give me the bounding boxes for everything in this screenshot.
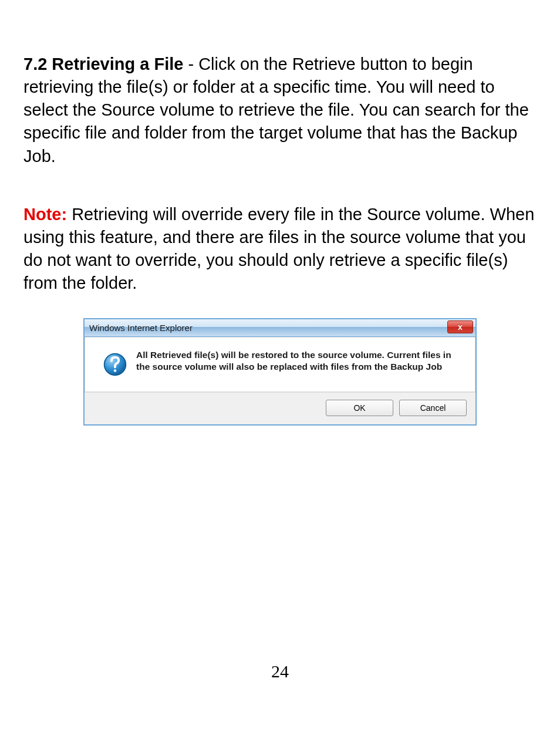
question-icon bbox=[103, 352, 127, 377]
close-icon: x bbox=[458, 322, 463, 332]
close-button[interactable]: x bbox=[447, 320, 473, 333]
cancel-button-label: Cancel bbox=[420, 403, 446, 413]
dialog-illustration: Windows Internet Explorer x bbox=[23, 318, 537, 426]
confirm-dialog: Windows Internet Explorer x bbox=[83, 318, 477, 426]
section-paragraph: 7.2 Retrieving a File - Click on the Ret… bbox=[23, 53, 537, 168]
dialog-title: Windows Internet Explorer bbox=[89, 323, 193, 333]
dialog-body: All Retrieved file(s) will be restored t… bbox=[85, 337, 475, 392]
ok-button[interactable]: OK bbox=[326, 400, 393, 416]
svg-point-1 bbox=[114, 369, 117, 372]
page-number: 24 bbox=[0, 661, 560, 681]
dialog-message: All Retrieved file(s) will be restored t… bbox=[136, 349, 466, 373]
note-paragraph: Note: Retrieving will override every fil… bbox=[23, 203, 537, 295]
section-heading: 7.2 Retrieving a File bbox=[23, 55, 183, 73]
note-body: Retrieving will override every file in t… bbox=[23, 205, 534, 292]
dialog-titlebar: Windows Internet Explorer x bbox=[85, 319, 475, 337]
cancel-button[interactable]: Cancel bbox=[399, 400, 467, 416]
note-label: Note: bbox=[23, 205, 67, 224]
ok-button-label: OK bbox=[353, 403, 365, 413]
dialog-footer: OK Cancel bbox=[85, 392, 475, 424]
